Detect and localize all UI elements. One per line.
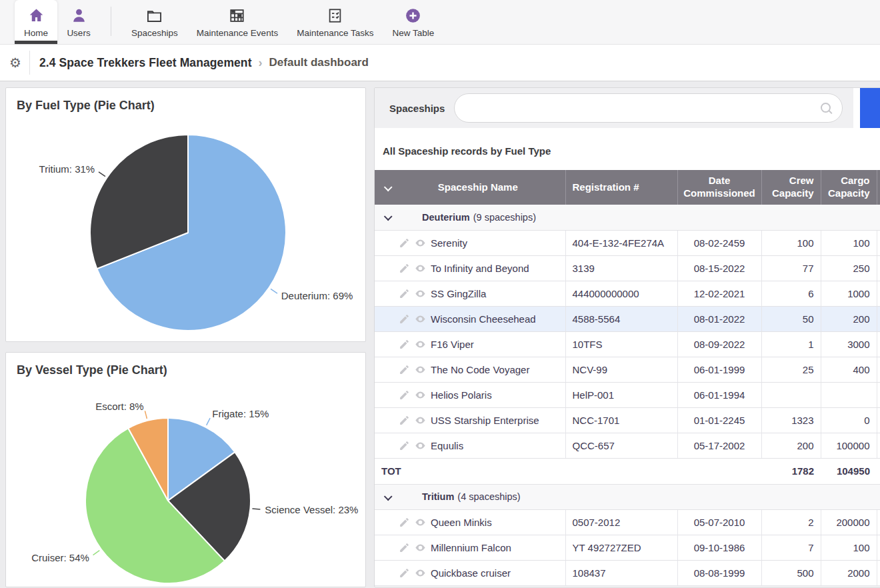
table-row[interactable]: Serenity 404-E-132-4FE274A 08-02-2459 10…	[375, 230, 880, 255]
column-header-name[interactable]: Spaceship Name	[375, 170, 565, 205]
search-input[interactable]	[455, 94, 842, 122]
report-title: All Spaceship records by Fuel Type	[383, 145, 880, 157]
vessel-type-pie-chart[interactable]: Frigate: 15%Science Vessel: 23%Cruiser: …	[6, 353, 365, 587]
user-icon	[70, 5, 88, 25]
group-row-tritium[interactable]: Tritium (4 spaceships)	[375, 484, 880, 509]
table-row[interactable]: Helios Polaris HelP-001 06-01-1994	[375, 382, 880, 407]
checklist-icon	[326, 5, 344, 25]
dashboard-body: By Fuel Type (Pie Chart) Deuterium: 69%T…	[0, 81, 880, 587]
svg-text:Deuterium: 69%: Deuterium: 69%	[281, 290, 353, 301]
view-icon[interactable]	[415, 567, 426, 579]
report-column: Spaceships All Spaceship records by Fuel…	[374, 87, 880, 587]
nav-label: New Table	[392, 28, 434, 38]
group-row-deuterium[interactable]: Deuterium (9 spaceships)	[375, 205, 880, 230]
view-icon[interactable]	[415, 237, 426, 249]
dashboard-title: Default dashboard	[269, 56, 369, 69]
view-icon[interactable]	[415, 313, 426, 325]
view-icon[interactable]	[415, 339, 426, 350]
edit-icon[interactable]	[399, 313, 410, 325]
top-nav: Home Users Spaceships Maintenance Events	[0, 0, 880, 45]
breadcrumb-divider	[29, 51, 30, 75]
totals-cargo: 104950	[821, 458, 877, 484]
table-header-row: Spaceship Name Registration # Date Commi…	[375, 170, 880, 205]
table-row[interactable]: Quickbase cruiser 108437 08-08-1999 500 …	[375, 560, 880, 585]
view-icon[interactable]	[415, 542, 426, 553]
new-record-button[interactable]	[860, 88, 880, 128]
nav-item-maintenance-tasks[interactable]: Maintenance Tasks	[287, 0, 383, 44]
edit-icon[interactable]	[399, 440, 410, 451]
view-icon[interactable]	[415, 389, 426, 401]
edit-icon[interactable]	[399, 288, 410, 299]
edit-icon[interactable]	[399, 237, 410, 249]
app-title[interactable]: 2.4 Space Trekkers Fleet Management	[39, 56, 252, 70]
table-row[interactable]: The No Code Voyager NCV-99 06-01-1999 25…	[375, 357, 880, 382]
column-header-cutoff	[877, 170, 880, 205]
nav-item-users[interactable]: Users	[57, 0, 100, 44]
table-row[interactable]: Equulis QCC-657 05-17-2002 200 100000	[375, 433, 880, 458]
table-row[interactable]: Queen Minkis 0507-2012 05-07-2010 2 2000…	[375, 509, 880, 535]
group-totals-row: TOT 1782 104950	[375, 458, 880, 484]
svg-text:Cruiser: 54%: Cruiser: 54%	[31, 552, 89, 563]
table-row[interactable]: Millennium Falcon YT 492727ZED 09-10-198…	[375, 535, 880, 560]
group-label: Deuterium	[422, 212, 470, 223]
group-count: (4 spaceships)	[457, 491, 520, 502]
view-icon[interactable]	[415, 415, 426, 426]
view-icon[interactable]	[415, 263, 426, 274]
edit-icon[interactable]	[399, 415, 410, 426]
column-header-registration[interactable]: Registration #	[565, 170, 677, 205]
search-icon[interactable]	[821, 103, 833, 115]
nav-label: Maintenance Tasks	[297, 28, 373, 38]
collapse-all-chevron-icon[interactable]	[384, 183, 393, 191]
edit-icon[interactable]	[399, 364, 410, 375]
column-header-cargo[interactable]: Cargo Capacity	[821, 170, 877, 205]
view-icon[interactable]	[415, 440, 426, 451]
fuel-type-chart-card: By Fuel Type (Pie Chart) Deuterium: 69%T…	[5, 87, 366, 342]
nav-item-maintenance-events[interactable]: Maintenance Events	[187, 0, 287, 44]
group-chevron-icon[interactable]	[384, 492, 393, 501]
table-row[interactable]: SS GingZilla 444000000000 12-02-2021 6 1…	[375, 281, 880, 306]
nav-label: Home	[24, 28, 48, 38]
column-header-crew[interactable]: Crew Capacity	[761, 170, 821, 205]
group-chevron-icon[interactable]	[384, 213, 393, 221]
charts-column: By Fuel Type (Pie Chart) Deuterium: 69%T…	[5, 87, 366, 587]
fuel-type-pie-chart[interactable]: Deuterium: 69%Tritium: 31%	[6, 88, 365, 342]
edit-icon[interactable]	[399, 567, 410, 579]
spaceships-table: Spaceship Name Registration # Date Commi…	[375, 170, 880, 586]
nav-divider	[111, 7, 111, 36]
svg-text:Science Vessel: 23%: Science Vessel: 23%	[265, 504, 358, 515]
edit-icon[interactable]	[399, 389, 410, 401]
edit-icon[interactable]	[399, 542, 410, 553]
table-row[interactable]: To Infinity and Beyond 3139 08-15-2022 7…	[375, 255, 880, 281]
nav-label: Users	[67, 28, 90, 38]
table-row-selected[interactable]: Wisconsin Cheesehead 4588-5564 08-01-202…	[375, 306, 880, 331]
column-header-date[interactable]: Date Commissioned	[677, 170, 761, 205]
search-label: Spaceships	[389, 103, 445, 114]
svg-text:Frigate: 15%: Frigate: 15%	[212, 408, 269, 419]
report-toolbar: Spaceships	[375, 88, 880, 128]
settings-gear-icon[interactable]: ⚙	[9, 56, 21, 69]
nav-item-new-table[interactable]: New Table	[383, 0, 443, 44]
nav-label: Spaceships	[131, 28, 178, 38]
svg-text:Escort: 8%: Escort: 8%	[95, 401, 144, 412]
app-window: Home Users Spaceships Maintenance Events	[0, 0, 880, 588]
search-box[interactable]	[454, 93, 843, 123]
edit-icon[interactable]	[399, 517, 410, 528]
spaceships-report-card: Spaceships All Spaceship records by Fuel…	[374, 87, 880, 587]
vessel-type-chart-card: By Vessel Type (Pie Chart) Frigate: 15%S…	[5, 352, 366, 587]
nav-label: Maintenance Events	[197, 28, 278, 38]
folder-icon	[145, 5, 163, 25]
edit-icon[interactable]	[399, 339, 410, 350]
plus-circle-icon	[404, 5, 422, 25]
breadcrumb-separator-icon: ›	[259, 56, 263, 70]
totals-crew: 1782	[761, 458, 821, 484]
view-icon[interactable]	[415, 517, 426, 528]
nav-item-home[interactable]: Home	[15, 0, 57, 44]
view-icon[interactable]	[415, 288, 426, 299]
table-row[interactable]: USS Starship Enterprise NCC-1701 01-01-2…	[375, 407, 880, 433]
search-panel: Spaceships	[375, 88, 853, 128]
edit-icon[interactable]	[399, 263, 410, 274]
table-row[interactable]: F16 Viper 10TFS 08-09-2022 1 3000	[375, 331, 880, 357]
nav-item-spaceships[interactable]: Spaceships	[122, 0, 187, 44]
group-label: Tritium	[422, 491, 454, 502]
view-icon[interactable]	[415, 364, 426, 375]
